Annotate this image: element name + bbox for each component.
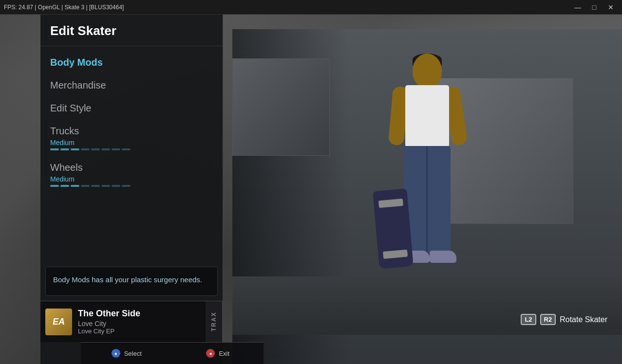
menu-items-list: Body Mods Merchandise Edit Style Trucks … <box>40 46 223 267</box>
panel-title: Edit Skater <box>40 15 223 46</box>
r2-badge: R2 <box>540 314 556 325</box>
menu-panel: Edit Skater Body Mods Merchandise Edit S… <box>40 15 223 364</box>
dot-w7 <box>112 185 120 187</box>
rotate-skater-hint: L2 R2 Rotate Skater <box>521 314 607 325</box>
ea-logo: EA <box>45 309 72 335</box>
trucks-slider <box>50 148 213 150</box>
window-controls: — □ ✕ <box>570 2 618 12</box>
music-artist: Love City <box>78 320 218 328</box>
dot-w5 <box>91 185 100 187</box>
menu-item-edit-style[interactable]: Edit Style <box>40 97 223 120</box>
exit-icon: ● <box>206 349 215 358</box>
skater-viewport: L2 R2 Rotate Skater <box>232 29 622 364</box>
exit-label: Exit <box>219 350 229 357</box>
menu-item-trucks[interactable]: Trucks Medium <box>40 120 223 156</box>
dot-w1 <box>50 185 59 187</box>
menu-item-wheels[interactable]: Wheels Medium <box>40 156 223 193</box>
dot-w6 <box>101 185 110 187</box>
dot-6 <box>101 148 110 150</box>
dot-2 <box>60 148 69 150</box>
title-bar-text: FPS: 24.87 | OpenGL | Skate 3 | [BLUS304… <box>4 4 124 11</box>
trucks-label: Trucks <box>50 126 213 137</box>
description-box: Body Mods has all your plastic surgery n… <box>45 267 218 296</box>
body-mods-label: Body Mods <box>50 57 213 68</box>
dot-w4 <box>81 185 90 187</box>
exit-button[interactable]: ● Exit <box>172 343 264 364</box>
skater-shoe-right <box>430 251 456 263</box>
skater-character <box>374 54 481 307</box>
menu-item-merchandise[interactable]: Merchandise <box>40 74 223 97</box>
wheels-sub: Medium <box>50 175 213 183</box>
select-icon: ● <box>112 349 120 358</box>
trucks-sub: Medium <box>50 139 213 146</box>
maximize-button[interactable]: □ <box>587 2 602 12</box>
skateboard <box>373 188 414 269</box>
dot-1 <box>50 148 59 150</box>
music-bar: EA The Other Side Love City Love City EP… <box>40 301 223 342</box>
merchandise-label: Merchandise <box>50 80 213 91</box>
close-button[interactable]: ✕ <box>603 2 618 12</box>
minimize-button[interactable]: — <box>570 2 585 12</box>
skater-torso <box>405 85 449 148</box>
dot-w2 <box>60 185 69 187</box>
bottom-buttons: ● Select ● Exit <box>81 342 264 364</box>
wall-block-left <box>232 58 330 156</box>
dot-7 <box>112 148 120 150</box>
trax-label: TRAX <box>206 301 223 342</box>
title-bar: FPS: 24.87 | OpenGL | Skate 3 | [BLUS304… <box>0 0 622 15</box>
select-label: Select <box>124 350 142 357</box>
music-info: The Other Side Love City Love City EP <box>78 309 218 335</box>
dot-w8 <box>122 185 131 187</box>
dot-8 <box>122 148 131 150</box>
dot-4 <box>81 148 90 150</box>
wheels-slider <box>50 185 213 187</box>
dot-w3 <box>71 185 79 187</box>
skater-head <box>413 54 442 88</box>
music-album: Love City EP <box>78 328 218 335</box>
select-button[interactable]: ● Select <box>81 343 172 364</box>
wheels-label: Wheels <box>50 162 213 173</box>
edit-style-label: Edit Style <box>50 103 213 114</box>
dot-3 <box>71 148 79 150</box>
l2-badge: L2 <box>521 314 536 325</box>
rotate-label: Rotate Skater <box>560 315 607 324</box>
menu-item-body-mods[interactable]: Body Mods <box>40 51 223 74</box>
music-title: The Other Side <box>78 309 218 319</box>
dot-5 <box>91 148 100 150</box>
